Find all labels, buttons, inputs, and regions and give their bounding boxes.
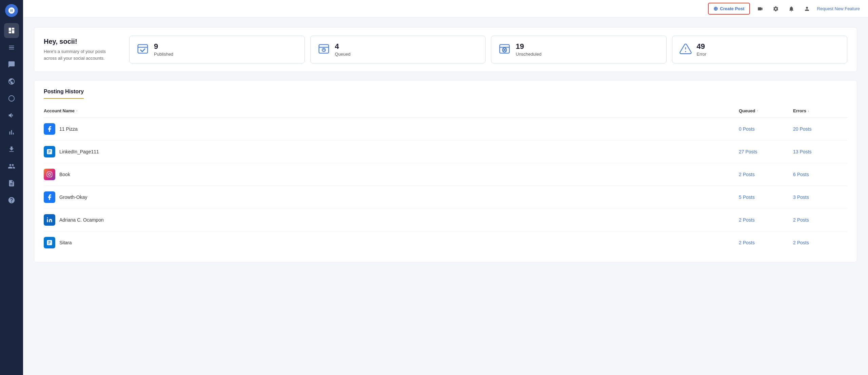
account-sort-icon[interactable]: ↑ (76, 109, 78, 113)
sidebar-item-messages[interactable] (4, 57, 19, 72)
grid-icon (8, 44, 15, 51)
queued-sort-icon[interactable]: ↑ (756, 109, 758, 113)
sidebar-item-network[interactable] (4, 74, 19, 89)
settings-icon-button[interactable] (770, 3, 781, 14)
table-row[interactable]: Growth-Okay 5 Posts 3 Posts (44, 186, 847, 209)
published-info: 9 Published (154, 42, 173, 57)
sidebar-item-analytics[interactable] (4, 125, 19, 140)
errors-cell[interactable]: 3 Posts (793, 194, 847, 200)
account-icon (44, 169, 55, 180)
main-content: Hey, socii! Here's a summary of your pos… (23, 18, 868, 375)
app-logo[interactable] (5, 4, 18, 17)
svg-point-18 (47, 218, 48, 219)
stat-card-published[interactable]: 9 Published (129, 36, 305, 63)
account-name: Adriana C. Ocampon (59, 217, 104, 223)
sidebar-item-support[interactable] (4, 193, 19, 208)
messages-icon (8, 61, 15, 68)
published-icon (136, 42, 149, 57)
queued-cell[interactable]: 2 Posts (739, 172, 793, 177)
unscheduled-info: 19 Unscheduled (516, 42, 541, 57)
table-row[interactable]: Book 2 Posts 6 Posts (44, 163, 847, 186)
errors-cell[interactable]: 13 Posts (793, 149, 847, 154)
downloads-icon (8, 146, 15, 153)
col-errors-header: Errors ↓ (793, 108, 847, 113)
settings-icon (773, 6, 779, 12)
history-section: Posting History Account Name ↑ Queued ↑ … (34, 80, 857, 262)
queued-cell[interactable]: 2 Posts (739, 240, 793, 245)
queued-cell[interactable]: 2 Posts (739, 217, 793, 223)
create-post-label: Create Post (720, 6, 744, 11)
notes-icon (8, 180, 15, 187)
svg-rect-1 (138, 44, 148, 53)
plus-icon: ⊕ (713, 5, 718, 12)
svg-rect-15 (47, 172, 52, 177)
table-row[interactable]: Adriana C. Ocampon 2 Posts 2 Posts (44, 209, 847, 231)
sidebar-item-campaigns[interactable] (4, 108, 19, 123)
main-wrapper: ⊕ Create Post Request New Feature (23, 0, 868, 375)
video-icon-button[interactable] (755, 3, 766, 14)
stat-card-queued[interactable]: 4 Queued (310, 36, 486, 63)
errors-cell[interactable]: 20 Posts (793, 126, 847, 132)
analytics-icon (8, 129, 15, 136)
account-name: LinkedIn_Page111 (59, 149, 99, 154)
account-cell: Growth-Okay (44, 191, 739, 203)
create-post-button[interactable]: ⊕ Create Post (708, 3, 750, 15)
account-cell: 11 Pizza (44, 123, 739, 135)
network-icon (8, 78, 15, 85)
sidebar-item-notes[interactable] (4, 176, 19, 191)
account-icon (44, 191, 55, 203)
greeting-section: Hey, socii! Here's a summary of your pos… (34, 27, 857, 72)
col-queued-header: Queued ↑ (739, 108, 793, 113)
account-cell: Book (44, 169, 739, 180)
support-icon (8, 196, 15, 204)
stat-card-error[interactable]: 49 Error (672, 36, 848, 63)
sidebar-item-downloads[interactable] (4, 142, 19, 157)
account-cell: LinkedIn_Page111 (44, 146, 739, 157)
history-title: Posting History (44, 89, 84, 99)
sidebar-item-grid[interactable] (4, 40, 19, 55)
account-cell: Sitara (44, 237, 739, 248)
errors-cell[interactable]: 2 Posts (793, 217, 847, 223)
sidebar (0, 0, 23, 375)
queued-cell[interactable]: 0 Posts (739, 126, 793, 132)
user-icon (804, 6, 810, 12)
col-account-header: Account Name ↑ (44, 108, 739, 113)
unscheduled-icon (498, 42, 511, 57)
campaigns-icon (8, 112, 15, 119)
sidebar-item-circle[interactable] (4, 91, 19, 106)
greeting-subtext: Here's a summary of your posts across al… (44, 48, 118, 61)
request-feature-link[interactable]: Request New Feature (817, 6, 860, 11)
account-icon (44, 214, 55, 226)
table-header: Account Name ↑ Queued ↑ Errors ↓ (44, 106, 847, 118)
account-icon (44, 237, 55, 248)
team-icon (8, 163, 15, 170)
stat-card-unscheduled[interactable]: 19 Unscheduled (491, 36, 667, 63)
unscheduled-number: 19 (516, 42, 541, 51)
errors-cell[interactable]: 6 Posts (793, 172, 847, 177)
errors-sort-icon[interactable]: ↓ (808, 109, 809, 113)
greeting-text: Hey, socii! Here's a summary of your pos… (44, 38, 118, 61)
queued-icon (317, 42, 330, 57)
sidebar-item-team[interactable] (4, 159, 19, 174)
account-cell: Adriana C. Ocampon (44, 214, 739, 226)
account-header-label: Account Name (44, 108, 75, 113)
queued-number: 4 (335, 42, 351, 51)
published-label: Published (154, 52, 173, 57)
svg-point-16 (48, 173, 51, 175)
greeting-heading: Hey, socii! (44, 38, 118, 45)
account-name: Sitara (59, 240, 72, 245)
table-row[interactable]: 11 Pizza 0 Posts 20 Posts (44, 118, 847, 140)
account-icon (44, 146, 55, 157)
queued-cell[interactable]: 5 Posts (739, 194, 793, 200)
notifications-icon-button[interactable] (786, 3, 797, 14)
table-row[interactable]: Sitara 2 Posts 2 Posts (44, 231, 847, 254)
errors-cell[interactable]: 2 Posts (793, 240, 847, 245)
queued-cell[interactable]: 27 Posts (739, 149, 793, 154)
errors-header-label: Errors (793, 108, 806, 113)
user-icon-button[interactable] (802, 3, 812, 14)
bell-icon (788, 6, 794, 12)
error-number: 49 (697, 42, 707, 51)
sidebar-item-dashboard[interactable] (4, 23, 19, 38)
table-row[interactable]: LinkedIn_Page111 27 Posts 13 Posts (44, 140, 847, 163)
account-name: Book (59, 172, 70, 177)
